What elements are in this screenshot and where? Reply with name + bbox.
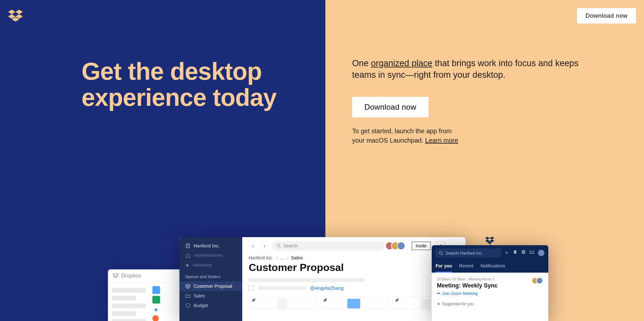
download-button-top[interactable]: Download now (577, 8, 636, 24)
hero-headline: Get the desktop experience today (82, 58, 325, 111)
learn-more-link[interactable]: Learn more (425, 137, 458, 144)
download-button-main[interactable]: Download now (352, 97, 428, 117)
dropbox-logo-icon (8, 10, 23, 23)
svg-marker-1 (15, 10, 23, 14)
get-started-text: To get started, launch the app from your… (352, 126, 463, 145)
hero-tagline: One organized place that brings work int… (352, 57, 586, 81)
svg-marker-0 (8, 10, 15, 14)
organized-place-link[interactable]: organized place (371, 58, 433, 68)
tagline-pre: One (352, 58, 371, 68)
